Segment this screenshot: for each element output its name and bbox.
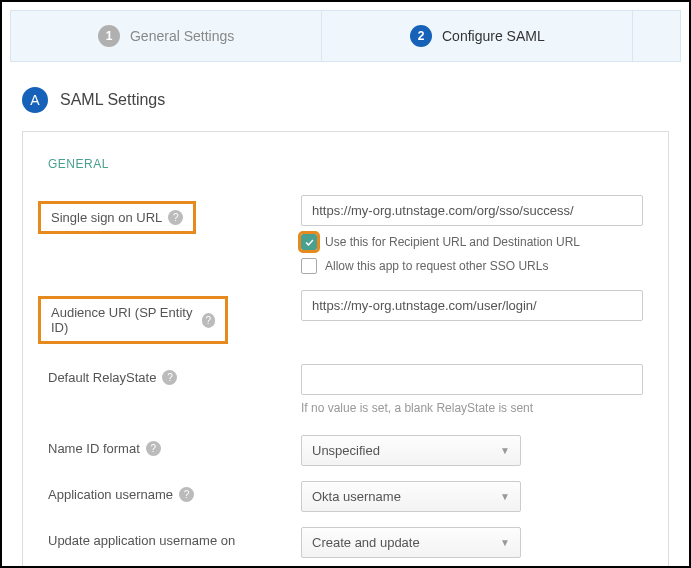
label-update-on: Update application username on — [48, 533, 235, 548]
select-value-app-username: Okta username — [312, 489, 401, 504]
chevron-down-icon: ▼ — [500, 491, 510, 502]
help-icon[interactable]: ? — [146, 441, 161, 456]
input-audience-uri[interactable] — [301, 290, 643, 321]
checkbox-row-other-sso: Allow this app to request other SSO URLs — [301, 258, 643, 274]
chevron-down-icon: ▼ — [500, 445, 510, 456]
section-badge: A — [22, 87, 48, 113]
step-configure-saml[interactable]: 2 Configure SAML — [322, 11, 633, 61]
select-name-id-format[interactable]: Unspecified ▼ — [301, 435, 521, 466]
group-title-general: GENERAL — [48, 157, 643, 171]
select-value-name-id: Unspecified — [312, 443, 380, 458]
select-update-username-on[interactable]: Create and update ▼ — [301, 527, 521, 558]
step-general-settings[interactable]: 1 General Settings — [11, 11, 322, 61]
section-title: SAML Settings — [60, 91, 165, 109]
row-update-username-on: Update application username on Create an… — [48, 527, 643, 563]
highlight-audience-uri: Audience URI (SP Entity ID) ? — [38, 296, 228, 344]
row-name-id-format: Name ID format ? Unspecified ▼ — [48, 435, 643, 471]
highlight-sso-url: Single sign on URL ? — [38, 201, 196, 234]
step-trailing — [633, 11, 680, 61]
step-1-circle: 1 — [98, 25, 120, 47]
select-value-update-on: Create and update — [312, 535, 420, 550]
help-icon[interactable]: ? — [202, 313, 215, 328]
check-icon — [304, 237, 315, 248]
checkbox-use-recipient-destination[interactable] — [301, 234, 317, 250]
checkbox-row-recipient: Use this for Recipient URL and Destinati… — [301, 234, 643, 250]
row-relay-state: Default RelayState ? If no value is set,… — [48, 364, 643, 415]
row-app-username: Application username ? Okta username ▼ — [48, 481, 643, 517]
help-icon[interactable]: ? — [168, 210, 183, 225]
step-2-circle: 2 — [410, 25, 432, 47]
row-sso-url: Single sign on URL ? Use this for Recipi… — [48, 195, 643, 280]
saml-form-panel: GENERAL Single sign on URL ? Use this fo… — [22, 131, 669, 568]
section-header: A SAML Settings — [22, 87, 669, 113]
label-audience-uri: Audience URI (SP Entity ID) — [51, 305, 196, 335]
step-1-label: General Settings — [130, 28, 234, 44]
label-relay-state: Default RelayState — [48, 370, 156, 385]
input-sso-url[interactable] — [301, 195, 643, 226]
wizard-progress: 1 General Settings 2 Configure SAML — [10, 10, 681, 62]
help-icon[interactable]: ? — [162, 370, 177, 385]
label-sso-url: Single sign on URL — [51, 210, 162, 225]
checkbox-allow-other-sso[interactable] — [301, 258, 317, 274]
checkbox-label-other-sso: Allow this app to request other SSO URLs — [325, 259, 548, 273]
chevron-down-icon: ▼ — [500, 537, 510, 548]
step-2-label: Configure SAML — [442, 28, 545, 44]
select-app-username[interactable]: Okta username ▼ — [301, 481, 521, 512]
help-icon[interactable]: ? — [179, 487, 194, 502]
label-app-username: Application username — [48, 487, 173, 502]
checkbox-label-recipient: Use this for Recipient URL and Destinati… — [325, 235, 580, 249]
input-relay-state[interactable] — [301, 364, 643, 395]
row-audience-uri: Audience URI (SP Entity ID) ? — [48, 290, 643, 344]
hint-relay-state: If no value is set, a blank RelayState i… — [301, 401, 643, 415]
label-name-id: Name ID format — [48, 441, 140, 456]
